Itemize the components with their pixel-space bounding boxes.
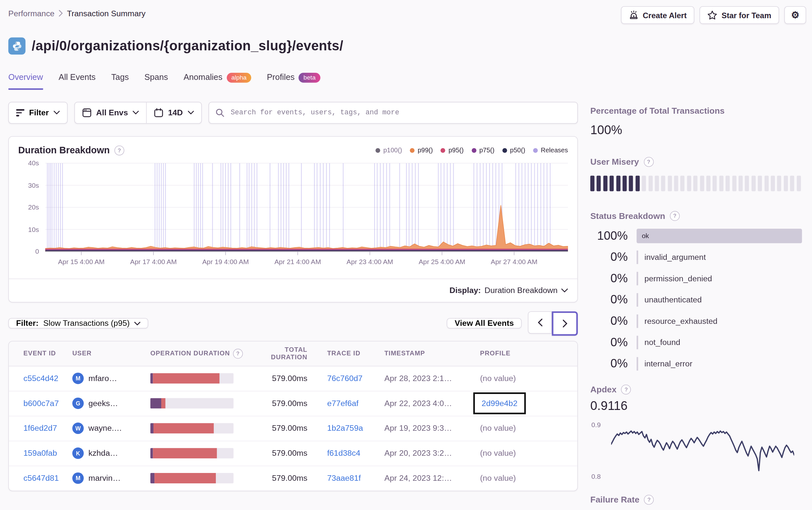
event-id-link[interactable]: c55c4d42 (9, 374, 72, 383)
table-row: 159a0fab Kkzhda… 579.00ms f61d38c4 Apr 2… (9, 441, 577, 466)
table-body: c55c4d42 Mmfaro… 579.00ms 76c760d7 Apr 2… (9, 366, 577, 490)
alpha-badge: alpha (227, 73, 251, 83)
profile-cell: (no value) (473, 474, 577, 483)
tab-overview[interactable]: Overview (8, 73, 43, 90)
column-event-id: Event ID (9, 350, 72, 357)
filter-button-label: Filter (29, 108, 49, 118)
environment-label: All Envs (96, 108, 128, 118)
duration-plot-area[interactable]: Apr 15 4:00 AMApr 17 4:00 AMApr 19 4:00 … (45, 160, 568, 273)
event-id-link[interactable]: 1f6ed2d7 (9, 424, 72, 433)
operation-duration-bar (150, 398, 233, 409)
legend-p75[interactable]: p75() (471, 147, 494, 154)
trace-id-link[interactable]: 76c760d7 (314, 374, 384, 383)
events-table: Event ID User Operation Duration? Total … (8, 341, 578, 491)
duration-breakdown-chart[interactable]: Apr 15 4:00 AMApr 17 4:00 AMApr 19 4:00 … (16, 160, 570, 273)
help-icon[interactable]: ? (621, 385, 631, 394)
misery-bar-segment (661, 176, 665, 191)
breadcrumb-performance[interactable]: Performance (8, 9, 55, 18)
misery-bar-segment (719, 176, 724, 191)
misery-bar-segment (693, 176, 698, 191)
tab-spans[interactable]: Spans (144, 73, 168, 90)
chevron-left-icon (538, 319, 542, 327)
view-all-events-label: View All Events (455, 319, 514, 328)
event-id-link[interactable]: 159a0fab (9, 449, 72, 458)
misery-bar-segment (732, 176, 736, 191)
profile-link[interactable]: 2d99e4b2 (482, 399, 518, 408)
chevron-right-icon (562, 320, 567, 327)
help-icon[interactable]: ? (644, 495, 654, 505)
tab-all-events[interactable]: All Events (59, 73, 95, 90)
legend-dot (502, 148, 507, 153)
environment-selector[interactable]: All Envs (75, 102, 146, 123)
avatar: M (72, 373, 84, 384)
previous-page-button[interactable] (528, 311, 552, 334)
chevron-down-icon (133, 111, 139, 114)
create-alert-button[interactable]: Create Alert (621, 6, 694, 24)
next-page-button[interactable] (552, 311, 578, 335)
pct-total-heading: Percentage of Total Transactions (590, 106, 802, 116)
table-row: c55c4d42 Mmfaro… 579.00ms 76c760d7 Apr 2… (9, 366, 577, 391)
events-toolbar: Filter: Slow Transactions (p95) View All… (8, 313, 578, 334)
help-icon[interactable]: ? (670, 211, 680, 220)
timestamp: Apr 24, 2023 12:… (384, 474, 473, 483)
timestamp: Apr 28, 2023 2:1… (384, 374, 473, 383)
misery-bar-segment (771, 176, 775, 191)
settings-button[interactable]: ⚙ (784, 6, 806, 24)
search-icon (215, 108, 225, 118)
table-row: b600c7a7 Ggeeks… 579.00ms e77ef6af Apr 2… (9, 391, 577, 416)
x-axis-label: Apr 21 4:00 AM (274, 258, 321, 265)
slow-transactions-filter[interactable]: Filter: Slow Transactions (p95) (8, 318, 149, 329)
breadcrumb-current: Transaction Summary (67, 9, 146, 18)
tab-profiles[interactable]: Profiles beta (267, 73, 320, 90)
help-icon[interactable]: ? (233, 349, 243, 358)
filter-prefix: Filter: (16, 319, 39, 328)
filter-button[interactable]: Filter (8, 102, 68, 123)
trace-id-link[interactable]: 1b2a759a (314, 424, 384, 433)
table-row: 1f6ed2d7 Wwayne.… 579.00ms 1b2a759a Apr … (9, 416, 577, 441)
help-icon[interactable]: ? (644, 157, 654, 167)
total-duration: 579.00ms (272, 474, 314, 483)
operation-duration-bar (150, 423, 233, 434)
user-misery-score-bar (590, 176, 802, 191)
legend-releases[interactable]: Releases (533, 147, 568, 154)
legend-p100[interactable]: p100() (375, 147, 402, 154)
env-date-control: All Envs 14D (75, 102, 202, 123)
search-input[interactable] (230, 108, 571, 117)
legend-p99[interactable]: p99() (410, 147, 433, 154)
header-actions: Create Alert Star for Team ⚙ (621, 6, 806, 24)
duration-breakdown-card: Duration Breakdown ? p100() p99() p95() … (8, 136, 578, 302)
column-timestamp: Timestamp (384, 350, 473, 357)
y-axis-label: 30s (16, 181, 39, 189)
star-icon (707, 10, 717, 20)
user-cell: Mmarvin… (72, 473, 150, 484)
date-range-selector[interactable]: 14D (147, 102, 201, 123)
view-all-events-button[interactable]: View All Events (447, 318, 522, 329)
title-row: /api/0/organizations/{organization_slug}… (0, 24, 812, 65)
trace-id-link[interactable]: f61d38c4 (314, 449, 384, 458)
legend-p95[interactable]: p95() (441, 147, 464, 154)
trace-id-link[interactable]: e77ef6af (314, 399, 384, 408)
display-selector[interactable]: Display: Duration Breakdown (9, 279, 577, 302)
display-value: Duration Breakdown (484, 286, 557, 295)
page-title: /api/0/organizations/{organization_slug}… (32, 38, 344, 54)
status-mini-bar (636, 250, 638, 264)
help-icon[interactable]: ? (114, 146, 124, 155)
tab-anomalies[interactable]: Anomalies alpha (184, 73, 251, 90)
apdex-trend-chart: 0.9 0.8 (590, 420, 802, 481)
total-duration: 579.00ms (272, 374, 314, 383)
calendar-icon (154, 108, 164, 118)
legend-p50[interactable]: p50() (502, 147, 525, 154)
chevron-down-icon (54, 111, 60, 114)
timestamp: Apr 22, 2023 4:0… (384, 399, 473, 408)
trace-id-link[interactable]: 73aae81f (314, 474, 384, 483)
apdex-y-bottom: 0.8 (591, 472, 601, 480)
tab-tags[interactable]: Tags (111, 73, 129, 90)
y-axis-label: 10s (16, 226, 39, 233)
misery-bar-segment (597, 176, 601, 191)
status-row: 0% internal_error (590, 356, 802, 371)
star-for-team-button[interactable]: Star for Team (699, 6, 779, 24)
misery-bar-segment (777, 176, 781, 191)
event-id-link[interactable]: b600c7a7 (9, 399, 72, 408)
siren-icon (629, 10, 638, 20)
event-id-link[interactable]: c5647d81 (9, 474, 72, 483)
